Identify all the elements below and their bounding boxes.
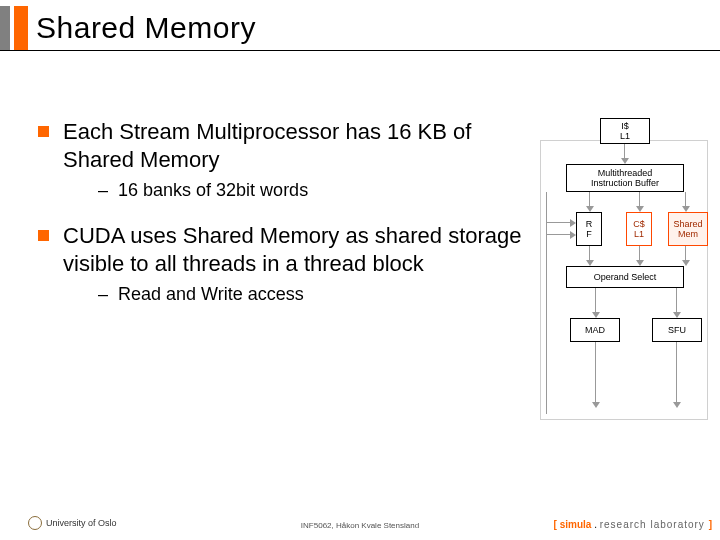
label: C$ L1	[633, 219, 645, 240]
dash-icon: –	[98, 179, 108, 202]
sub-bullet-text: Read and Write access	[118, 283, 304, 306]
arrow-line	[624, 144, 625, 158]
bullet-square-icon	[38, 126, 49, 137]
label: Multithreaded Instruction Buffer	[591, 168, 659, 189]
bullet-text: CUDA uses Shared Memory as shared storag…	[63, 222, 528, 277]
arrow-line	[589, 192, 590, 206]
box-ccache: C$ L1	[626, 212, 652, 246]
arrow-line	[685, 246, 686, 260]
box-rf: R F	[576, 212, 602, 246]
sub-bullet-item: – Read and Write access	[98, 283, 528, 306]
box-operand-select: Operand Select	[566, 266, 684, 288]
sub-bullet-item: – 16 banks of 32bit words	[98, 179, 528, 202]
box-sfu: SFU	[652, 318, 702, 342]
label: MAD	[585, 325, 605, 335]
arrow-line	[589, 246, 590, 260]
bullet-square-icon	[38, 230, 49, 241]
footer-lab-logo: [ simula . research laboratory ]	[554, 519, 712, 530]
bullet-item: CUDA uses Shared Memory as shared storag…	[38, 222, 528, 277]
arrow-line	[595, 342, 596, 402]
box-mad: MAD	[570, 318, 620, 342]
body-content: Each Stream Multiprocessor has 16 KB of …	[38, 118, 528, 327]
arrow-line	[546, 222, 570, 223]
footer: University of Oslo INF5062, Håkon Kvale …	[0, 510, 720, 530]
arrow-line	[685, 192, 686, 206]
bracket-close-icon: ]	[709, 519, 712, 530]
label: Shared Mem	[673, 219, 702, 240]
brand-lab: research laboratory	[600, 519, 709, 530]
label: Operand Select	[594, 272, 657, 282]
accent-stripe-orange	[14, 6, 28, 50]
arrow-line	[676, 288, 677, 312]
arrow-line	[546, 234, 570, 235]
arrow-line	[639, 246, 640, 260]
brand-simula: simula	[557, 519, 594, 530]
bullet-text: Each Stream Multiprocessor has 16 KB of …	[63, 118, 528, 173]
label: SFU	[668, 325, 686, 335]
slide: Shared Memory Each Stream Multiprocessor…	[0, 0, 720, 540]
arrow-line	[676, 342, 677, 402]
box-icache: I$ L1	[600, 118, 650, 144]
dash-icon: –	[98, 283, 108, 306]
arrow-head-right-icon	[570, 231, 576, 239]
arrow-line	[595, 288, 596, 312]
arrow-head-down-icon	[592, 402, 600, 408]
accent-stripe-gray	[0, 6, 10, 50]
label: R F	[586, 219, 593, 240]
bullet-item: Each Stream Multiprocessor has 16 KB of …	[38, 118, 528, 173]
arrow-line	[639, 192, 640, 206]
title-underline	[0, 50, 720, 51]
box-shared-mem: Shared Mem	[668, 212, 708, 246]
arrow-head-down-icon	[673, 402, 681, 408]
accent-gap	[28, 6, 36, 50]
sub-bullet-text: 16 banks of 32bit words	[118, 179, 308, 202]
label: I$ L1	[620, 121, 630, 142]
arrow-head-right-icon	[570, 219, 576, 227]
box-mib: Multithreaded Instruction Buffer	[566, 164, 684, 192]
slide-title: Shared Memory	[36, 6, 256, 50]
arrow-line	[546, 192, 547, 414]
title-bar: Shared Memory	[0, 6, 720, 50]
